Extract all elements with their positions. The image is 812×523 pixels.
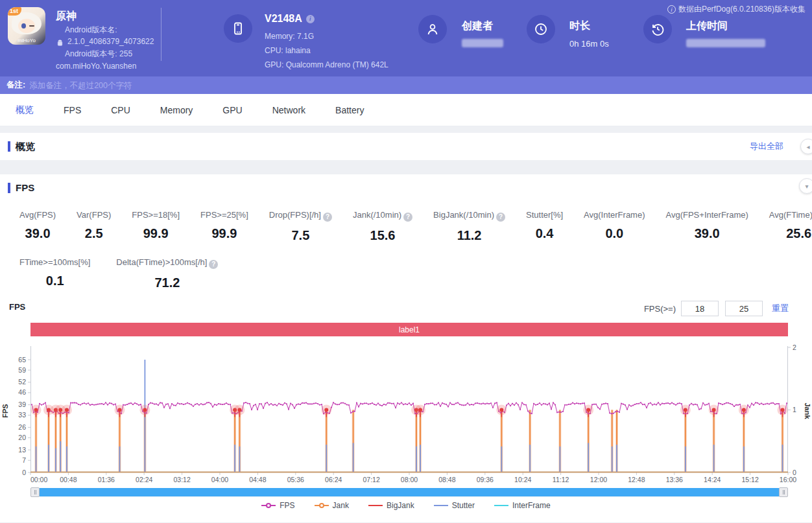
svg-text:02:24: 02:24: [136, 476, 152, 483]
mihoyo-brand: miHoYo: [8, 38, 45, 43]
svg-text:39: 39: [18, 401, 26, 408]
user-icon: [418, 15, 447, 43]
collapse-left-button[interactable]: ◂: [800, 139, 812, 154]
metric-delta-ftime: Delta(FTime)>100ms[/h]? 71.2: [116, 257, 218, 290]
svg-text:26: 26: [18, 423, 26, 431]
svg-text:0: 0: [22, 469, 26, 476]
fps-threshold-label: FPS(>=): [644, 304, 676, 314]
remark-input[interactable]: [29, 81, 418, 90]
upload-time-label: 上传时间: [686, 19, 728, 33]
svg-text:13:36: 13:36: [666, 476, 683, 483]
scrollbar-range[interactable]: [39, 488, 780, 496]
fps-chart: 0713202633394652596501200:0000:4801:3602…: [0, 336, 812, 487]
svg-text:7: 7: [22, 456, 26, 464]
metric-fps-ge25: FPS>=25[%] 99.9: [200, 210, 248, 243]
app-icon: 1st miHoYo: [8, 7, 45, 45]
chart-scrollbar[interactable]: [30, 488, 788, 497]
chart-legend: FPS Jank BigJank Stutter InterFrame: [0, 501, 812, 510]
tab-network[interactable]: Network: [263, 105, 315, 115]
overview-title: 概览: [0, 141, 35, 153]
svg-text:06:24: 06:24: [325, 476, 342, 483]
svg-text:0: 0: [793, 469, 796, 476]
tab-fps[interactable]: FPS: [54, 105, 90, 115]
android-version-label: Android版本名:: [65, 25, 117, 36]
fps-card: FPS ▾ Avg(FPS) 39.0 Var(FPS) 2.5 FPS>=18…: [0, 174, 812, 522]
tab-bar: 概览 FPS CPU Memory GPU Network Battery: [0, 94, 812, 126]
upload-time-redacted: [686, 39, 765, 47]
svg-text:00:48: 00:48: [60, 476, 77, 483]
creator-label: 创建者: [462, 19, 493, 33]
svg-text:12:48: 12:48: [628, 476, 645, 483]
svg-text:00:00: 00:00: [30, 476, 47, 483]
metric-avg-ftime: Avg(FTime)[ms] 25.6: [769, 210, 812, 243]
threshold-low-input[interactable]: [681, 301, 719, 316]
header-divider: [161, 8, 161, 61]
help-icon[interactable]: ?: [403, 213, 412, 222]
legend-fps[interactable]: FPS: [261, 501, 294, 510]
metric-avg-fps: Avg(FPS) 39.0: [19, 210, 56, 243]
svg-text:13: 13: [18, 446, 26, 454]
device-model: V2148Ai: [265, 13, 315, 25]
tab-memory[interactable]: Memory: [151, 105, 202, 115]
android-icon: [56, 39, 64, 47]
fps-metrics-row2: FTime>=100ms[%] 0.1 Delta(FTime)>100ms[/…: [0, 257, 812, 290]
svg-text:16:00: 16:00: [780, 476, 796, 483]
tab-gpu[interactable]: GPU: [213, 105, 251, 115]
legend-jank[interactable]: Jank: [315, 501, 349, 510]
svg-text:12:00: 12:00: [590, 476, 607, 483]
svg-text:Jank: Jank: [804, 402, 811, 419]
metric-var-fps: Var(FPS) 2.5: [77, 210, 111, 243]
help-icon[interactable]: ?: [496, 213, 505, 222]
fps-metrics-row1: Avg(FPS) 39.0 Var(FPS) 2.5 FPS>=18[%] 99…: [0, 210, 812, 243]
reset-link[interactable]: 重置: [772, 303, 789, 314]
metric-bigjank: BigJank(/10min)? 11.2: [433, 210, 505, 243]
remark-label: 备注:: [6, 80, 25, 91]
help-icon[interactable]: ?: [209, 260, 218, 269]
svg-text:01:36: 01:36: [98, 476, 115, 483]
overview-section-header: 概览 导出全部 ◂: [0, 133, 812, 160]
tab-cpu[interactable]: CPU: [102, 105, 139, 115]
metric-jank: Jank(/10min)? 15.6: [353, 210, 412, 243]
app-title: 原神: [56, 10, 77, 23]
export-all-link[interactable]: 导出全部: [750, 141, 783, 152]
scrollbar-right-handle[interactable]: [779, 487, 788, 497]
scrollbar-left-handle[interactable]: [30, 487, 40, 497]
svg-text:14:24: 14:24: [704, 476, 721, 483]
metric-avg-fps-interframe: Avg(FPS+InterFrame) 39.0: [666, 210, 748, 243]
legend-interframe[interactable]: InterFrame: [494, 501, 551, 510]
svg-text:FPS: FPS: [1, 404, 9, 417]
svg-text:20: 20: [18, 434, 26, 441]
device-cpu: CPU: lahaina: [265, 46, 311, 55]
clock-icon: [527, 15, 555, 43]
fps-collapse-button[interactable]: ▾: [799, 178, 812, 194]
metric-avg-interframe: Avg(InterFrame) 0.0: [584, 210, 645, 243]
tab-overview[interactable]: 概览: [6, 104, 43, 116]
duration-label: 时长: [569, 19, 590, 33]
svg-text:59: 59: [18, 366, 26, 374]
help-icon[interactable]: ?: [323, 213, 332, 222]
svg-text:09:36: 09:36: [477, 476, 494, 483]
legend-bigjank[interactable]: BigJank: [368, 501, 414, 510]
chart-controls: FPS FPS(>=) 重置: [0, 301, 812, 318]
metric-ftime-ge100: FTime>=100ms[%] 0.1: [19, 257, 90, 290]
app-header: i数据由PerfDog(6.0.210836)版本收集 1st miHoYo 原…: [0, 0, 812, 76]
threshold-high-input[interactable]: [725, 301, 763, 316]
svg-text:52: 52: [18, 378, 26, 386]
svg-text:07:12: 07:12: [363, 476, 379, 483]
svg-text:2: 2: [793, 343, 796, 351]
package-name: com.miHoYo.Yuanshen: [56, 62, 136, 71]
metric-drop-fps: Drop(FPS)[/h]? 7.5: [269, 210, 332, 243]
device-memory: Memory: 7.1G: [265, 32, 314, 41]
metric-fps-ge18: FPS>=18[%] 99.9: [132, 210, 180, 243]
legend-stutter[interactable]: Stutter: [434, 501, 475, 510]
device-info-icon[interactable]: i: [306, 15, 315, 23]
android-build: Android版本号: 255: [65, 49, 132, 60]
svg-text:46: 46: [18, 388, 26, 396]
android-version-value: 2.1.0_4086379_4073622: [67, 37, 154, 46]
info-icon: i: [667, 5, 676, 14]
chart-title: FPS: [9, 302, 25, 312]
tab-battery[interactable]: Battery: [326, 105, 373, 115]
fps-section-title: FPS: [0, 182, 812, 193]
svg-text:10:24: 10:24: [514, 476, 531, 483]
device-gpu: GPU: Qualcomm Adreno (TM) 642L: [265, 60, 388, 69]
